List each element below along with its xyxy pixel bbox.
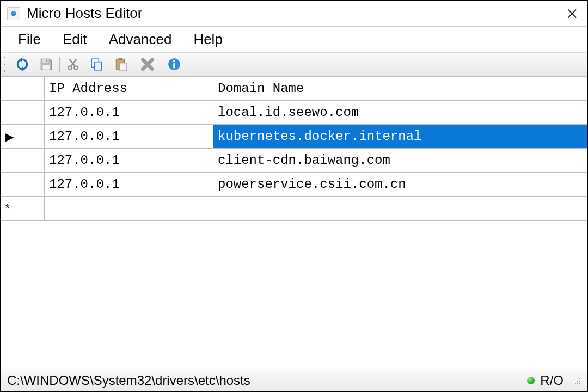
cell-ip[interactable]: 127.0.0.1: [45, 125, 213, 149]
cell-ip-empty[interactable]: [45, 197, 213, 220]
menu-bar: File Edit Advanced Help: [1, 27, 587, 52]
cell-domain-selected[interactable]: kubernetes.docker.internal: [213, 125, 587, 149]
close-button[interactable]: [566, 7, 579, 20]
save-button[interactable]: [34, 54, 58, 74]
cell-ip[interactable]: 127.0.0.1: [45, 173, 213, 197]
row-indicator-new: *: [1, 197, 45, 220]
header-ip[interactable]: IP Address: [45, 77, 213, 101]
cut-icon: [66, 57, 80, 71]
svg-rect-17: [119, 58, 122, 60]
svg-rect-8: [43, 65, 50, 70]
toolbar-separator: [161, 57, 161, 72]
cell-ip[interactable]: 127.0.0.1: [45, 149, 213, 173]
toolbar-separator: [59, 57, 60, 72]
title-bar: Micro Hosts Editor: [1, 1, 587, 27]
resize-grip-icon[interactable]: [573, 377, 581, 384]
svg-point-29: [579, 383, 580, 384]
info-button[interactable]: [162, 54, 186, 74]
svg-point-22: [173, 60, 175, 62]
table-row-new[interactable]: *: [1, 197, 587, 220]
delete-icon: [140, 57, 155, 71]
svg-rect-9: [46, 59, 47, 62]
svg-rect-7: [43, 59, 49, 63]
refresh-button[interactable]: [10, 54, 34, 74]
svg-rect-15: [95, 62, 102, 70]
row-indicator: [1, 149, 45, 173]
cell-domain[interactable]: local.id.seewo.com: [213, 101, 587, 125]
row-indicator-current: ▶: [1, 125, 45, 149]
toolbar-separator: [134, 57, 134, 72]
svg-point-26: [579, 381, 580, 382]
copy-button[interactable]: [85, 54, 109, 74]
paste-icon: [114, 57, 128, 71]
title-left: Micro Hosts Editor: [7, 5, 142, 22]
svg-point-10: [68, 66, 71, 70]
svg-point-11: [74, 66, 78, 70]
svg-rect-23: [173, 63, 175, 69]
header-domain[interactable]: Domain Name: [213, 77, 587, 101]
cell-domain-empty[interactable]: [213, 197, 587, 220]
table-row[interactable]: 127.0.0.1 client-cdn.baiwang.com: [1, 149, 587, 173]
row-indicator: [1, 101, 45, 125]
hosts-table[interactable]: IP Address Domain Name 127.0.0.1 local.i…: [1, 76, 587, 220]
svg-rect-18: [120, 63, 127, 71]
menu-edit[interactable]: Edit: [63, 31, 87, 48]
cell-domain[interactable]: client-cdn.baiwang.com: [213, 149, 587, 173]
row-indicator: [1, 173, 45, 197]
toolbar: [1, 52, 587, 76]
refresh-icon: [15, 57, 29, 71]
svg-point-27: [575, 383, 576, 384]
status-right: R/O: [527, 373, 581, 388]
status-mode: R/O: [540, 373, 564, 388]
svg-point-28: [577, 383, 578, 384]
header-indicator[interactable]: [1, 77, 45, 101]
app-title: Micro Hosts Editor: [27, 5, 142, 22]
delete-button[interactable]: [136, 54, 160, 74]
table-row[interactable]: ▶ 127.0.0.1 kubernetes.docker.internal: [1, 125, 587, 149]
paste-button[interactable]: [109, 54, 133, 74]
menu-file[interactable]: File: [18, 31, 41, 48]
grid-area: IP Address Domain Name 127.0.0.1 local.i…: [1, 76, 587, 369]
status-bar: C:\WINDOWS\System32\drivers\etc\hosts R/…: [1, 369, 587, 391]
status-path: C:\WINDOWS\System32\drivers\etc\hosts: [7, 373, 250, 388]
menu-help[interactable]: Help: [193, 31, 222, 48]
cell-domain[interactable]: powerservice.csii.com.cn: [213, 173, 587, 197]
svg-point-25: [577, 381, 578, 382]
copy-icon: [90, 57, 104, 71]
close-icon: [566, 8, 578, 20]
svg-point-24: [579, 378, 580, 379]
save-icon: [39, 57, 53, 71]
table-row[interactable]: 127.0.0.1 powerservice.csii.com.cn: [1, 173, 587, 197]
cut-button[interactable]: [61, 54, 85, 74]
app-icon: [7, 7, 20, 20]
cell-ip[interactable]: 127.0.0.1: [45, 101, 213, 125]
table-header-row: IP Address Domain Name: [1, 77, 587, 101]
status-indicator-icon: [527, 377, 535, 384]
table-row[interactable]: 127.0.0.1 local.id.seewo.com: [1, 101, 587, 125]
info-icon: [167, 57, 181, 71]
toolbar-grip: [4, 57, 8, 72]
menu-advanced[interactable]: Advanced: [109, 31, 172, 48]
